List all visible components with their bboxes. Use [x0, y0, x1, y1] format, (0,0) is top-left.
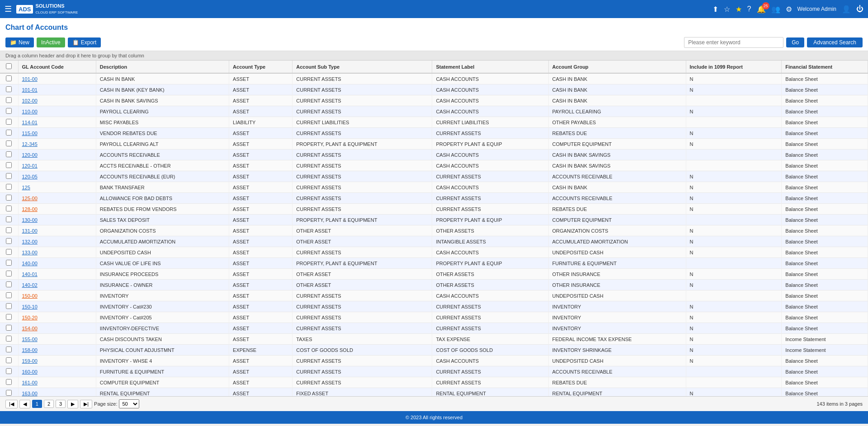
gear-icon[interactable]: ⚙: [786, 5, 792, 14]
gl-account-link[interactable]: 150-10: [22, 304, 38, 309]
help-icon[interactable]: ?: [747, 5, 751, 13]
row-checkbox-cell[interactable]: [0, 366, 18, 377]
row-checkbox-cell[interactable]: [0, 290, 18, 301]
row-checkbox[interactable]: [6, 173, 12, 179]
row-checkbox-cell[interactable]: [0, 171, 18, 182]
row-checkbox[interactable]: [6, 238, 12, 244]
row-checkbox-cell[interactable]: [0, 377, 18, 388]
page-next-button[interactable]: ▶: [67, 400, 78, 408]
row-checkbox-cell[interactable]: [0, 73, 18, 84]
row-checkbox[interactable]: [6, 249, 12, 255]
page-first-button[interactable]: |◀: [5, 400, 18, 408]
gl-account-link[interactable]: 140-01: [22, 272, 38, 277]
row-checkbox[interactable]: [6, 195, 12, 201]
row-checkbox-cell[interactable]: [0, 204, 18, 215]
row-checkbox[interactable]: [6, 140, 12, 146]
row-checkbox[interactable]: [6, 271, 12, 276]
export-button[interactable]: 📋 Export: [68, 37, 101, 47]
inactive-button[interactable]: InActive: [37, 37, 65, 47]
row-checkbox[interactable]: [6, 368, 12, 374]
gl-account-link[interactable]: 128-00: [22, 206, 38, 212]
gl-account-link[interactable]: 161-00: [22, 380, 38, 385]
gl-account-link[interactable]: 120-05: [22, 174, 38, 179]
row-checkbox-cell[interactable]: [0, 160, 18, 171]
row-checkbox[interactable]: [6, 130, 12, 136]
gl-account-link[interactable]: 133-00: [22, 250, 38, 255]
select-all-checkbox[interactable]: [6, 63, 12, 69]
row-checkbox-cell[interactable]: [0, 182, 18, 193]
share-icon[interactable]: ⬆: [712, 5, 718, 14]
row-checkbox-cell[interactable]: [0, 258, 18, 269]
row-checkbox[interactable]: [6, 119, 12, 125]
star-filled-icon[interactable]: ★: [736, 5, 742, 14]
row-checkbox[interactable]: [6, 75, 12, 81]
row-checkbox[interactable]: [6, 346, 12, 352]
checkbox-header[interactable]: [0, 61, 18, 73]
row-checkbox[interactable]: [6, 151, 12, 157]
gl-account-link[interactable]: 150-20: [22, 315, 38, 320]
gl-account-link[interactable]: 163-00: [22, 391, 38, 396]
row-checkbox-cell[interactable]: [0, 215, 18, 225]
row-checkbox[interactable]: [6, 260, 12, 266]
gl-account-link[interactable]: 155-00: [22, 337, 38, 342]
gl-account-link[interactable]: 130-00: [22, 217, 38, 223]
gl-account-link[interactable]: 131-00: [22, 228, 38, 234]
gl-account-link[interactable]: 150-00: [22, 293, 38, 299]
row-checkbox-cell[interactable]: [0, 323, 18, 334]
row-checkbox-cell[interactable]: [0, 128, 18, 139]
row-checkbox[interactable]: [6, 390, 12, 396]
row-checkbox-cell[interactable]: [0, 84, 18, 95]
row-checkbox-cell[interactable]: [0, 388, 18, 397]
users-icon[interactable]: 👥: [771, 5, 780, 14]
power-icon[interactable]: ⏻: [856, 5, 863, 13]
gl-account-link[interactable]: 101-00: [22, 76, 38, 82]
page-last-button[interactable]: ▶|: [80, 400, 92, 408]
page-1-button[interactable]: 1: [32, 400, 42, 408]
gl-account-link[interactable]: 158-00: [22, 347, 38, 353]
gl-account-link[interactable]: 114-01: [22, 120, 38, 125]
user-avatar[interactable]: 👤: [842, 5, 851, 14]
gl-account-link[interactable]: 125-00: [22, 196, 38, 201]
row-checkbox[interactable]: [6, 379, 12, 385]
gl-account-link[interactable]: 159-00: [22, 358, 38, 364]
row-checkbox[interactable]: [6, 281, 12, 287]
gl-account-link[interactable]: 102-00: [22, 98, 38, 103]
row-checkbox-cell[interactable]: [0, 225, 18, 236]
row-checkbox-cell[interactable]: [0, 312, 18, 323]
row-checkbox-cell[interactable]: [0, 345, 18, 356]
row-checkbox[interactable]: [6, 184, 12, 190]
gl-account-link[interactable]: 115-00: [22, 131, 38, 136]
search-input[interactable]: [684, 37, 783, 48]
row-checkbox-cell[interactable]: [0, 95, 18, 106]
page-size-select[interactable]: 50 100 200: [119, 399, 139, 408]
row-checkbox-cell[interactable]: [0, 150, 18, 160]
row-checkbox[interactable]: [6, 357, 12, 363]
gl-account-link[interactable]: 110-00: [22, 109, 38, 114]
gl-account-link[interactable]: 120-01: [22, 163, 38, 169]
page-3-button[interactable]: 3: [56, 400, 66, 408]
page-2-button[interactable]: 2: [44, 400, 54, 408]
table-container[interactable]: GL Account Code Description Account Type…: [0, 61, 868, 396]
row-checkbox-cell[interactable]: [0, 280, 18, 290]
gl-account-link[interactable]: 101-01: [22, 87, 38, 93]
row-checkbox-cell[interactable]: [0, 117, 18, 128]
row-checkbox-cell[interactable]: [0, 301, 18, 312]
row-checkbox[interactable]: [6, 227, 12, 233]
gl-account-link[interactable]: 154-00: [22, 326, 38, 331]
row-checkbox-cell[interactable]: [0, 247, 18, 258]
advanced-search-button[interactable]: Advanced Search: [807, 37, 863, 47]
row-checkbox[interactable]: [6, 206, 12, 211]
hamburger-menu[interactable]: ☰: [5, 4, 12, 14]
row-checkbox[interactable]: [6, 314, 12, 320]
row-checkbox[interactable]: [6, 325, 12, 331]
gl-account-link[interactable]: 160-00: [22, 369, 38, 375]
gl-account-link[interactable]: 132-00: [22, 239, 38, 244]
row-checkbox[interactable]: [6, 216, 12, 222]
go-button[interactable]: Go: [786, 37, 804, 47]
gl-account-link[interactable]: 140-02: [22, 282, 38, 288]
gl-account-link[interactable]: 125: [22, 185, 30, 190]
star-outline-icon[interactable]: ☆: [724, 5, 730, 14]
row-checkbox-cell[interactable]: [0, 356, 18, 366]
row-checkbox-cell[interactable]: [0, 269, 18, 280]
gl-account-link[interactable]: 12-345: [22, 141, 38, 147]
